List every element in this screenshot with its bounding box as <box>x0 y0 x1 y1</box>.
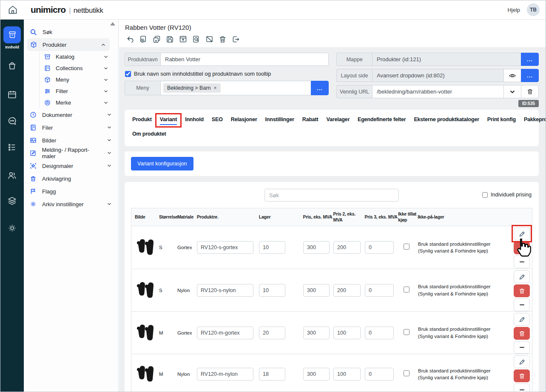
undo-button[interactable] <box>125 34 135 44</box>
price2-input[interactable] <box>333 368 361 381</box>
edit-variant-button[interactable] <box>514 270 530 283</box>
price-input[interactable] <box>303 284 330 297</box>
delete-variant-button[interactable] <box>514 369 530 382</box>
price2-input[interactable] <box>333 241 361 254</box>
price2-input[interactable] <box>333 284 361 297</box>
sku-input[interactable] <box>197 284 253 297</box>
sidebar-item-meny[interactable]: Meny <box>40 74 118 85</box>
tab-relasjoner[interactable]: Relasjoner <box>230 112 258 128</box>
price3-input[interactable] <box>365 327 394 339</box>
tab-eksterne-produktkataloger[interactable]: Eksterne produktkataloger <box>413 112 480 128</box>
sidebar-item-katalog[interactable]: Katalog <box>40 51 118 62</box>
sku-input[interactable] <box>197 327 253 339</box>
stock-input[interactable] <box>259 284 285 297</box>
sidebar-item-merke[interactable]: Merke <box>40 97 118 108</box>
url-delete-button[interactable] <box>521 85 539 98</box>
tab-pakkeprodukt[interactable]: Pakkeprodukt <box>523 112 546 128</box>
sku-input[interactable] <box>197 241 253 254</box>
checklist-icon[interactable] <box>7 142 17 153</box>
user-avatar[interactable]: TB <box>527 3 540 16</box>
price-input[interactable] <box>303 368 330 381</box>
stock-input[interactable] <box>259 241 285 254</box>
new-document-button[interactable] <box>138 34 148 44</box>
sidebar-item-dokumenter[interactable]: Dokumenter <box>24 108 118 121</box>
gear-icon[interactable] <box>7 223 17 233</box>
individual-pricing-checkbox[interactable] <box>482 192 488 198</box>
help-link[interactable]: Hjelp <box>507 7 520 13</box>
tab-print-konfig[interactable]: Print konfig <box>486 112 517 128</box>
tab-produkt[interactable]: Produkt <box>131 112 153 128</box>
price2-input[interactable] <box>333 327 361 339</box>
disallow-purchase-checkbox[interactable] <box>404 329 410 335</box>
edit-variant-button[interactable] <box>514 227 530 240</box>
layers-icon[interactable] <box>7 196 17 206</box>
delete-variant-button[interactable] <box>514 327 530 340</box>
tab-variant[interactable]: Variant <box>159 112 178 128</box>
price3-input[interactable] <box>365 241 394 254</box>
rail-item-innhold[interactable] <box>3 26 21 43</box>
sidebar-item-filter[interactable]: Filter <box>40 85 118 97</box>
meny-field[interactable]: Bekledning > Barn × <box>160 81 311 95</box>
home-icon[interactable] <box>8 5 18 15</box>
tab-innhold[interactable]: Innhold <box>184 112 205 128</box>
sidebar-item-flagg[interactable]: Flagg <box>24 185 118 198</box>
publish-button[interactable] <box>178 34 188 44</box>
variant-konfigurasjon-button[interactable]: Variant konfigurasjon <box>131 157 193 170</box>
scroll-up-arrow[interactable] <box>110 22 115 26</box>
price3-input[interactable] <box>365 368 394 381</box>
calendar-icon[interactable] <box>7 89 17 100</box>
name-as-title-checkbox[interactable] <box>125 71 131 77</box>
tab-seo[interactable]: SEO <box>211 112 224 128</box>
price-input[interactable] <box>303 241 330 254</box>
duplicate-button[interactable] <box>151 34 162 44</box>
preview-search-button[interactable] <box>191 34 201 44</box>
sidebar-item-melding-rapport-maler[interactable]: Melding- / Rapport-maler <box>24 147 118 159</box>
price-input[interactable] <box>303 327 330 339</box>
url-dropdown-button[interactable] <box>503 85 521 98</box>
remove-tag-icon[interactable]: × <box>214 85 217 91</box>
users-icon[interactable] <box>7 170 17 181</box>
shopping-bag-icon[interactable] <box>7 60 17 71</box>
sidebar-item-arkivlagring[interactable]: Arkivlagring <box>24 172 118 185</box>
remove-preview-button[interactable] <box>204 34 214 44</box>
stock-input[interactable] <box>259 327 285 339</box>
delete-variant-button[interactable] <box>514 241 530 254</box>
edit-variant-button[interactable] <box>514 313 530 326</box>
sidebar-item-collections[interactable]: Collections <box>40 62 118 74</box>
sidebar-item-designmaler[interactable]: Designmaler <box>24 159 118 172</box>
sidebar-item-sok[interactable]: Søk <box>24 26 118 38</box>
sidebar-item-bilder[interactable]: Bilder <box>24 134 118 147</box>
disallow-purchase-checkbox[interactable] <box>404 244 410 250</box>
chat-icon[interactable] <box>7 116 17 126</box>
sidebar-item-produkter[interactable]: Produkter <box>27 38 110 51</box>
collapse-variant-button[interactable] <box>514 256 530 268</box>
tab-egendefinerte-felter[interactable]: Egendefinerte felter <box>357 112 407 128</box>
sku-input[interactable] <box>197 368 253 381</box>
mappe-more-button[interactable]: ... <box>521 53 539 66</box>
layout-more-button[interactable]: ... <box>521 69 539 82</box>
layout-preview-button[interactable] <box>503 69 521 82</box>
chevron-down-icon <box>103 100 109 106</box>
tab-varelager[interactable]: Varelager <box>326 112 351 128</box>
exit-button[interactable] <box>230 34 241 44</box>
edit-variant-button[interactable] <box>514 355 530 368</box>
disallow-purchase-checkbox[interactable] <box>404 370 410 376</box>
produktnavn-input[interactable] <box>160 53 329 66</box>
collapse-variant-button[interactable] <box>514 341 530 354</box>
variant-search-input[interactable] <box>264 189 399 202</box>
save-button[interactable] <box>165 34 175 44</box>
stock-input[interactable] <box>259 368 285 381</box>
collapse-variant-button[interactable] <box>514 383 530 392</box>
tab-innstillinger[interactable]: Innstillinger <box>264 112 295 128</box>
price3-input[interactable] <box>365 284 394 297</box>
meny-more-button[interactable]: ... <box>311 81 329 95</box>
sidebar-item-filer[interactable]: Filer <box>24 121 118 134</box>
tab-rabatt[interactable]: Rabatt <box>301 112 319 128</box>
disallow-purchase-checkbox[interactable] <box>404 287 410 293</box>
tab-om-produktet[interactable]: Om produktet <box>131 127 167 142</box>
collapse-variant-button[interactable] <box>514 298 530 311</box>
vennlig-url-input[interactable] <box>372 85 504 98</box>
sidebar-item-arkiv-innstillinger[interactable]: Arkiv innstillinger <box>24 198 118 210</box>
delete-variant-button[interactable] <box>514 284 530 297</box>
delete-button[interactable] <box>217 34 228 44</box>
